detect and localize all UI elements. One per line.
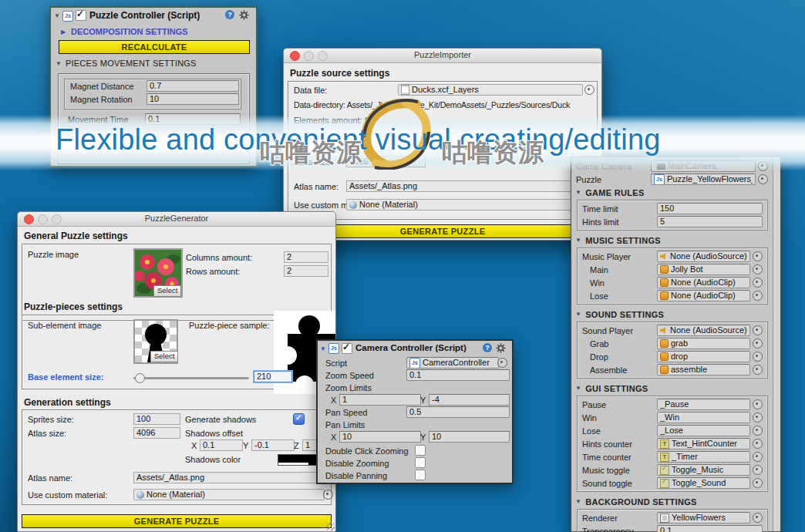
pan-limits-x-field[interactable]: 10	[339, 431, 421, 443]
material-value: None (Material)	[359, 200, 418, 210]
object-picker-icon[interactable]	[753, 291, 763, 301]
value-field[interactable]: _Lose	[657, 425, 750, 436]
value-field[interactable]: Toggle_Music	[657, 464, 750, 476]
value-field[interactable]: assemble	[657, 364, 750, 375]
object-picker-icon[interactable]	[758, 174, 768, 184]
offset-y-field[interactable]: -0.1	[251, 439, 295, 451]
value-field[interactable]: Jolly Bot	[657, 264, 750, 275]
object-picker-icon[interactable]	[497, 358, 507, 368]
value-field[interactable]: None (AudioClip)	[657, 277, 750, 288]
value-field[interactable]: _Timer	[657, 451, 750, 463]
section-foldout[interactable]: ▼GAME RULES	[571, 186, 773, 199]
object-picker-icon[interactable]	[753, 399, 763, 409]
resize-grip[interactable]	[326, 522, 335, 530]
component-enabled-checkbox[interactable]	[76, 10, 86, 21]
object-picker-icon[interactable]	[753, 352, 763, 362]
value-field[interactable]: Text_HintCounter	[657, 438, 750, 450]
inspector-row: MainJolly Bot	[578, 263, 767, 276]
script-field[interactable]: CameraController	[406, 357, 499, 369]
pan-speed-field[interactable]: 0.5	[406, 406, 510, 418]
value-field[interactable]: YellowFlowers	[657, 512, 750, 524]
pieces-movement-foldout[interactable]: PIECES MOVEMENT SETTINGS	[66, 58, 197, 69]
generate-puzzle-button[interactable]: GENERATE PUZZLE	[22, 514, 332, 528]
value-field[interactable]: 150	[657, 203, 763, 214]
atlas-name-field[interactable]: Assets/_Atlas.png	[133, 472, 332, 483]
value-field[interactable]: _Win	[657, 412, 750, 423]
foldout-arrow-icon[interactable]: ▼	[320, 345, 326, 352]
magnet-rotation-field[interactable]: 10	[147, 93, 239, 105]
value-field[interactable]: grab	[657, 338, 750, 349]
material-field[interactable]: None (Material)	[133, 489, 325, 500]
section-foldout[interactable]: ▼BACKGROUND SETTINGS	[571, 495, 773, 508]
object-picker-icon[interactable]	[753, 478, 763, 488]
help-icon[interactable]	[483, 343, 492, 352]
object-picker-icon[interactable]	[753, 278, 763, 288]
section-foldout[interactable]: ▼SOUND SETTINGS	[571, 308, 773, 321]
decomposition-settings-foldout[interactable]: DECOMPOSITION SETTINGS	[71, 26, 188, 37]
object-picker-icon[interactable]	[753, 426, 763, 436]
value-field[interactable]: Toggle_Sound	[657, 477, 750, 489]
base-element-size-field[interactable]: 210	[254, 371, 292, 382]
atlas-name-field[interactable]: Assets/_Atlas.png	[346, 180, 588, 192]
foldout-arrow-icon[interactable]: ▶	[61, 29, 66, 35]
value-field[interactable]: 5	[657, 216, 763, 227]
material-field[interactable]: None (Material)	[346, 199, 584, 210]
select-sub-element-button[interactable]: Select	[150, 351, 178, 362]
columns-amount-field[interactable]: 2	[284, 251, 328, 263]
object-picker-icon[interactable]	[753, 264, 763, 274]
atlas-size-label: Atlas size:	[28, 428, 66, 439]
object-picker-icon[interactable]	[323, 490, 333, 500]
disable-zooming-checkbox[interactable]	[415, 457, 426, 468]
inspector-row: Music toggleToggle_Music	[578, 463, 767, 476]
value-field[interactable]: None (AudioSource)	[657, 251, 750, 262]
object-picker-icon[interactable]	[753, 325, 763, 335]
double-click-zooming-checkbox[interactable]	[415, 445, 426, 456]
offset-x-field[interactable]: 0.1	[200, 439, 243, 451]
base-element-size-slider[interactable]	[133, 377, 249, 379]
magnet-distance-field[interactable]: 0.7	[147, 80, 239, 92]
pan-limits-y-field[interactable]: 10	[429, 431, 510, 443]
scrollbar[interactable]	[773, 157, 780, 531]
object-picker-icon[interactable]	[753, 513, 763, 523]
disable-panning-checkbox[interactable]	[415, 470, 426, 480]
section-foldout[interactable]: ▼GUI SETTINGS	[571, 382, 773, 395]
object-picker-icon[interactable]	[753, 439, 763, 449]
data-file-field[interactable]: Ducks.xcf_Layers	[398, 84, 583, 96]
window-titlebar[interactable]: PuzzleImporter	[284, 49, 601, 63]
generate-shadows-checkbox[interactable]	[293, 413, 305, 425]
window-titlebar[interactable]: PuzzleGenerator	[18, 212, 335, 227]
text-icon	[660, 439, 669, 449]
value-field[interactable]: 0.1	[657, 525, 763, 532]
foldout-arrow-icon[interactable]: ▼	[56, 60, 62, 67]
object-picker-icon[interactable]	[753, 412, 763, 423]
object-picker-icon[interactable]	[584, 85, 594, 95]
value-field[interactable]: Puzzle_YellowFlowers_(	[651, 173, 756, 185]
component-enabled-checkbox[interactable]	[342, 343, 352, 354]
value-field[interactable]: None (AudioSource)	[657, 325, 750, 336]
inspector-row: Lose_Lose	[578, 424, 767, 437]
slider-thumb[interactable]	[135, 373, 145, 383]
field-value: 150	[660, 204, 674, 214]
gear-icon[interactable]	[496, 343, 506, 353]
value-field[interactable]: _Pause	[657, 399, 750, 410]
object-picker-icon[interactable]	[753, 338, 763, 348]
zoom-limits-y-field[interactable]: -4	[429, 394, 510, 406]
section-foldout[interactable]: ▼MUSIC SETTINGS	[571, 234, 773, 247]
zoom-limits-x-field[interactable]: 1	[339, 394, 421, 406]
object-picker-icon[interactable]	[753, 465, 763, 475]
object-picker-icon[interactable]	[753, 251, 763, 261]
atlas-size-field[interactable]: 4096	[133, 427, 180, 439]
value-field[interactable]: drop	[657, 351, 750, 362]
zoom-speed-field[interactable]: 0.1	[406, 369, 510, 381]
rows-amount-field[interactable]: 2	[284, 265, 328, 277]
recalculate-button[interactable]: RECALCULATE	[59, 40, 250, 54]
object-picker-icon[interactable]	[753, 452, 763, 462]
object-picker-icon[interactable]	[753, 365, 763, 375]
value-field[interactable]: None (AudioClip)	[657, 290, 750, 301]
foldout-arrow-icon[interactable]: ▼	[54, 12, 60, 19]
help-icon[interactable]	[225, 10, 234, 19]
select-image-button[interactable]: Select	[153, 285, 181, 297]
sprites-size-field[interactable]: 100	[133, 413, 180, 425]
pan-limits-label: Pan Limits	[325, 419, 365, 430]
gear-icon[interactable]	[239, 10, 249, 20]
